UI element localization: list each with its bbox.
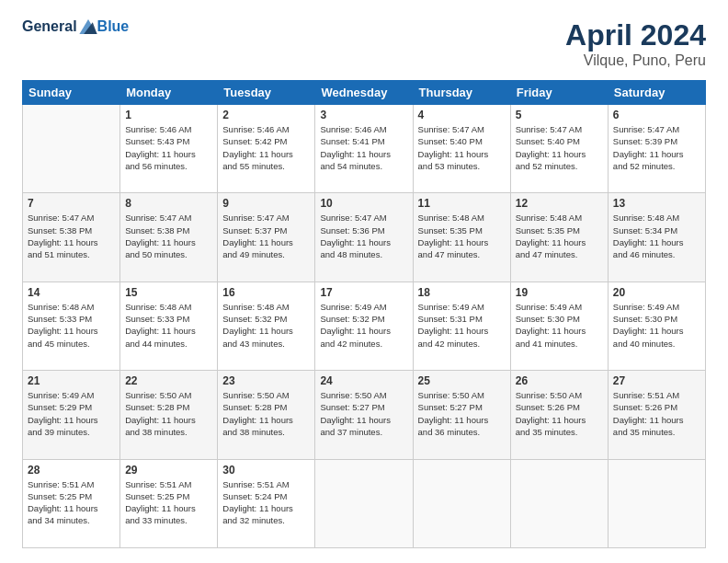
day-info: Daylight: 11 hours (418, 236, 506, 248)
day-info: Daylight: 11 hours (418, 148, 506, 160)
calendar-cell: 18Sunrise: 5:49 AMSunset: 5:31 PMDayligh… (413, 282, 510, 370)
day-number: 9 (222, 197, 310, 210)
day-info: and 55 minutes. (222, 160, 310, 172)
day-info: and 37 minutes. (320, 426, 407, 438)
day-info: and 38 minutes. (125, 426, 212, 438)
day-info: Sunset: 5:28 PM (125, 401, 212, 413)
day-info: and 51 minutes. (28, 248, 115, 260)
day-info: Sunrise: 5:49 AM (28, 389, 115, 401)
day-info: Sunrise: 5:50 AM (320, 389, 407, 401)
day-info: Daylight: 11 hours (28, 502, 115, 514)
day-info: Daylight: 11 hours (320, 236, 407, 248)
day-number: 29 (125, 464, 212, 477)
day-info: Sunset: 5:32 PM (222, 313, 310, 325)
day-info: and 44 minutes. (125, 338, 212, 350)
calendar-cell: 1Sunrise: 5:46 AMSunset: 5:43 PMDaylight… (120, 105, 218, 193)
day-info: Sunset: 5:42 PM (222, 135, 310, 147)
day-number: 19 (516, 286, 603, 299)
day-info: and 36 minutes. (418, 426, 506, 438)
day-info: Daylight: 11 hours (418, 414, 506, 426)
day-number: 3 (320, 109, 407, 121)
col-header-wednesday: Wednesday (315, 81, 413, 105)
day-number: 24 (320, 374, 407, 387)
calendar-cell: 17Sunrise: 5:49 AMSunset: 5:32 PMDayligh… (315, 282, 413, 370)
day-info: and 33 minutes. (125, 514, 212, 526)
day-number: 6 (613, 109, 700, 121)
day-info: and 41 minutes. (516, 338, 603, 350)
page-subtitle: Vilque, Puno, Peru (565, 52, 706, 69)
day-info: Sunset: 5:27 PM (320, 401, 407, 413)
day-number: 30 (222, 464, 310, 477)
day-info: and 56 minutes. (125, 160, 212, 172)
day-info: Sunrise: 5:48 AM (125, 301, 212, 313)
day-info: and 46 minutes. (613, 248, 700, 260)
day-number: 23 (222, 374, 310, 387)
calendar-cell: 26Sunrise: 5:50 AMSunset: 5:26 PMDayligh… (510, 371, 608, 459)
day-info: and 50 minutes. (125, 248, 212, 260)
day-info: Sunrise: 5:51 AM (28, 478, 115, 490)
day-number: 4 (418, 109, 506, 121)
day-info: Sunset: 5:29 PM (28, 401, 115, 413)
calendar-cell: 6Sunrise: 5:47 AMSunset: 5:39 PMDaylight… (608, 105, 705, 193)
day-info: Daylight: 11 hours (28, 325, 115, 337)
day-info: Sunrise: 5:49 AM (516, 301, 603, 313)
calendar-cell (608, 459, 705, 547)
day-info: and 39 minutes. (28, 426, 115, 438)
calendar-cell (23, 105, 120, 193)
day-info: Sunrise: 5:46 AM (222, 123, 310, 135)
day-info: Sunrise: 5:51 AM (613, 389, 700, 401)
day-info: and 52 minutes. (516, 160, 603, 172)
day-info: Sunrise: 5:51 AM (125, 478, 212, 490)
calendar-cell: 20Sunrise: 5:49 AMSunset: 5:30 PMDayligh… (608, 282, 705, 370)
day-info: and 52 minutes. (613, 160, 700, 172)
day-info: Sunrise: 5:47 AM (125, 212, 212, 224)
day-info: Sunset: 5:30 PM (516, 313, 603, 325)
day-number: 1 (125, 109, 212, 121)
day-info: Daylight: 11 hours (613, 414, 700, 426)
calendar-cell: 22Sunrise: 5:50 AMSunset: 5:28 PMDayligh… (120, 371, 218, 459)
page-title: April 2024 (565, 18, 706, 52)
day-info: Sunset: 5:39 PM (613, 135, 700, 147)
calendar-cell: 12Sunrise: 5:48 AMSunset: 5:35 PMDayligh… (510, 193, 608, 282)
day-info: Sunset: 5:26 PM (516, 401, 603, 413)
day-info: Sunrise: 5:46 AM (125, 123, 212, 135)
logo-blue: Blue (97, 18, 130, 35)
calendar-cell: 2Sunrise: 5:46 AMSunset: 5:42 PMDaylight… (218, 105, 315, 193)
day-info: Daylight: 11 hours (516, 325, 603, 337)
day-info: and 40 minutes. (613, 338, 700, 350)
day-info: and 43 minutes. (222, 338, 310, 350)
col-header-saturday: Saturday (608, 81, 705, 105)
day-info: and 34 minutes. (28, 514, 115, 526)
day-info: Sunrise: 5:50 AM (222, 389, 310, 401)
day-info: and 42 minutes. (320, 338, 407, 350)
day-info: Daylight: 11 hours (516, 414, 603, 426)
day-info: Daylight: 11 hours (125, 325, 212, 337)
calendar-cell (413, 459, 510, 547)
calendar-cell: 15Sunrise: 5:48 AMSunset: 5:33 PMDayligh… (120, 282, 218, 370)
day-info: Sunrise: 5:47 AM (320, 212, 407, 224)
day-info: Daylight: 11 hours (320, 414, 407, 426)
day-number: 28 (28, 464, 115, 477)
day-info: Daylight: 11 hours (516, 236, 603, 248)
day-info: Sunset: 5:43 PM (125, 135, 212, 147)
day-number: 22 (125, 374, 212, 387)
day-info: Daylight: 11 hours (320, 148, 407, 160)
day-info: Daylight: 11 hours (125, 236, 212, 248)
day-info: and 38 minutes. (222, 426, 310, 438)
day-info: Sunrise: 5:49 AM (613, 301, 700, 313)
calendar-cell (510, 459, 608, 547)
day-info: Sunrise: 5:48 AM (222, 301, 310, 313)
day-info: Daylight: 11 hours (125, 414, 212, 426)
day-number: 2 (222, 109, 310, 121)
day-info: Sunrise: 5:51 AM (222, 478, 310, 490)
day-info: Sunset: 5:40 PM (516, 135, 603, 147)
day-info: and 54 minutes. (320, 160, 407, 172)
day-info: Sunrise: 5:47 AM (222, 212, 310, 224)
calendar-cell: 11Sunrise: 5:48 AMSunset: 5:35 PMDayligh… (413, 193, 510, 282)
day-info: Sunset: 5:36 PM (320, 224, 407, 236)
day-info: Daylight: 11 hours (222, 414, 310, 426)
day-info: Sunset: 5:37 PM (222, 224, 310, 236)
day-number: 10 (320, 197, 407, 210)
calendar-cell: 16Sunrise: 5:48 AMSunset: 5:32 PMDayligh… (218, 282, 315, 370)
page: General Blue April 2024 Vilque, Puno, Pe… (0, 0, 728, 563)
